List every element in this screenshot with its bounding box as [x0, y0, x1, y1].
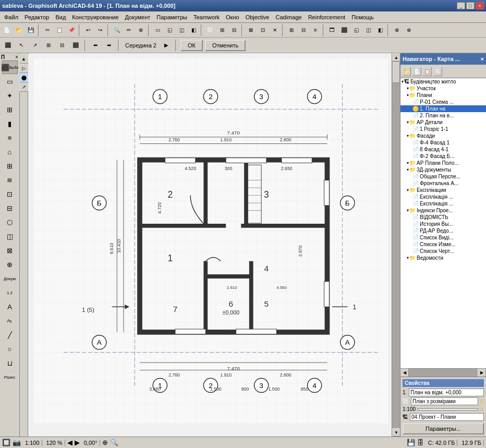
tb-layer1[interactable]: ⊞: [286, 25, 297, 36]
nav-horizontal-scrollbar[interactable]: ◀ ▶: [400, 368, 486, 377]
menu-params[interactable]: Параметры: [153, 13, 190, 21]
status-icon-4[interactable]: 🔍: [110, 439, 118, 446]
hscroll-track[interactable]: [409, 369, 478, 377]
tb-3d1[interactable]: 🗖: [326, 25, 338, 36]
tool-select[interactable]: ⬛Выбо: [2, 60, 18, 74]
menu-objective[interactable]: Objective: [242, 13, 273, 21]
tb-view1[interactable]: ⊠: [245, 25, 257, 36]
tb-copy[interactable]: 📋: [54, 25, 65, 36]
hscroll-left[interactable]: ◀: [400, 369, 409, 377]
prop-val-2[interactable]: План з розмірами: [411, 397, 478, 405]
tree-item-13[interactable]: ▾📁3Д-документы: [400, 166, 486, 173]
tb-select1[interactable]: ▭: [152, 25, 163, 36]
tb-new[interactable]: 📄: [1, 25, 13, 36]
tool-line[interactable]: ╱: [2, 328, 18, 342]
nav-tb-3[interactable]: 📋: [422, 67, 432, 76]
hscroll-right[interactable]: ▶: [478, 369, 486, 377]
tb2-3[interactable]: ↗: [29, 40, 41, 51]
tb-3d5[interactable]: ◧: [374, 25, 386, 36]
tree-item-3[interactable]: 📄Р-01 Схема ...: [400, 99, 486, 105]
tb-select2[interactable]: ◱: [164, 25, 175, 36]
tb-layer3[interactable]: ≡: [310, 25, 321, 36]
status-icon-1[interactable]: 🔲: [2, 439, 10, 446]
tool-marquee[interactable]: ▭: [2, 75, 18, 88]
nav-close-icon[interactable]: ×: [481, 56, 484, 62]
tb-extra1[interactable]: ⊕: [391, 25, 403, 36]
menu-edit[interactable]: Редактор: [21, 13, 52, 21]
tool-wand[interactable]: ✦: [2, 89, 18, 102]
tool-arc[interactable]: ○: [2, 342, 18, 356]
status-nav-right[interactable]: ▶: [75, 439, 80, 446]
tb-3d4[interactable]: ◫: [362, 25, 374, 36]
tb-tool1[interactable]: ⬜: [204, 25, 216, 36]
tb2-2[interactable]: ↖: [16, 40, 27, 51]
tb-pointer[interactable]: ⊕: [135, 25, 147, 36]
tree-item-8[interactable]: ▾📁Фасади: [400, 132, 486, 139]
strip-btn-right[interactable]: ▷: [19, 64, 29, 73]
scroll-track[interactable]: [392, 62, 400, 428]
tb2-nav[interactable]: ▶: [161, 40, 172, 51]
tree-item-17[interactable]: 📄Експлікація ...: [400, 193, 486, 200]
tb2-6[interactable]: ⬛: [70, 40, 81, 51]
status-save-icon[interactable]: 💾: [407, 439, 415, 446]
tool-door[interactable]: ⊡: [2, 187, 18, 201]
tree-item-12[interactable]: ▾📁АР Плани Поло...: [400, 160, 486, 166]
tool-morph[interactable]: ⊕: [2, 258, 18, 271]
tool-slab[interactable]: ≡: [2, 131, 18, 144]
tb-layer2[interactable]: ⊟: [298, 25, 309, 36]
tb2-1[interactable]: ⬛: [2, 40, 14, 51]
status-nav-left[interactable]: ◀: [67, 439, 72, 446]
tree-item-16[interactable]: ▾📁Експлікации: [400, 187, 486, 193]
nav-tb-1[interactable]: 📁: [402, 67, 411, 76]
vertical-scrollbar[interactable]: ▲ ▼: [392, 53, 400, 437]
menu-window[interactable]: Окно: [223, 13, 242, 21]
navigator-tree[interactable]: ▾🏗Будівництво житло▾📁Участок▾📁Плани📄Р-01…: [400, 78, 486, 368]
tb-undo[interactable]: ↩: [82, 25, 94, 36]
tool-text[interactable]: A: [2, 300, 18, 313]
nav-tb-2[interactable]: 📄: [412, 67, 421, 76]
strip-btn-arrow[interactable]: ↗: [19, 82, 29, 92]
tb-redo[interactable]: ↪: [94, 25, 106, 36]
tb-cut[interactable]: ✂: [42, 25, 53, 36]
tb2-4[interactable]: ⊞: [43, 40, 54, 51]
tool-misc[interactable]: Разнс: [2, 370, 18, 384]
tree-item-11[interactable]: 📄Ф-2 Фасад Б...: [400, 153, 486, 160]
strip-btn-active[interactable]: ⬤: [19, 73, 29, 82]
tb-save[interactable]: 💾: [25, 25, 37, 36]
tool-label[interactable]: A₁: [2, 314, 18, 328]
prop-val-4[interactable]: 04 Проект - Плани: [410, 413, 484, 421]
tree-item-18[interactable]: 📄Експлікація ...: [400, 200, 486, 207]
tree-item-20[interactable]: 📄ВІДОМІСТЬ: [400, 214, 486, 221]
tool-fill[interactable]: ⊔: [2, 356, 18, 370]
tree-item-10[interactable]: 📄8 Фасад 4-1: [400, 146, 486, 153]
tree-item-25[interactable]: 📄Список Черт...: [400, 248, 486, 255]
cancel-button[interactable]: Отменить: [205, 40, 246, 51]
tb-select3[interactable]: ◫: [176, 25, 187, 36]
tb-open[interactable]: 📂: [13, 25, 25, 36]
tree-item-22[interactable]: 📄РД-АР Ведо...: [400, 227, 486, 234]
tool-wall[interactable]: ⊞: [2, 103, 18, 116]
canvas-area[interactable]: 1 2 3 4 1 2 3 4 Б Б А А: [28, 53, 392, 437]
menu-help[interactable]: Помощь: [348, 13, 377, 21]
tree-item-5[interactable]: 📄2. План на в...: [400, 112, 486, 119]
tb-tool2[interactable]: ⊞: [216, 25, 228, 36]
tool-mesh[interactable]: ⊞: [2, 159, 18, 173]
minimize-button[interactable]: _: [457, 2, 465, 9]
tool-stair[interactable]: ≋: [2, 173, 18, 187]
tree-item-23[interactable]: 📄Список Виді...: [400, 234, 486, 241]
tool-roof[interactable]: ⌂: [2, 145, 18, 159]
tree-item-9[interactable]: 📄Ф-4 Фасад 1: [400, 139, 486, 146]
menu-teamwork[interactable]: Teamwork: [190, 13, 223, 21]
nav-tb-4[interactable]: ⬜: [433, 67, 442, 76]
tree-item-7[interactable]: 📄1 Розріс 1-1: [400, 126, 486, 132]
menu-view[interactable]: Вид: [52, 13, 69, 21]
tree-item-6[interactable]: ▾📁АР Детали: [400, 119, 486, 126]
tb-3d2[interactable]: ⬛: [338, 25, 350, 36]
tb-extra2[interactable]: ⊕: [403, 25, 415, 36]
tool-column[interactable]: ▮: [2, 117, 18, 130]
tree-item-19[interactable]: ▾📁Індекси Прое...: [400, 207, 486, 214]
menu-construct[interactable]: Конструирование: [69, 13, 122, 21]
scroll-thumb[interactable]: [393, 62, 400, 83]
menu-cadimage[interactable]: Cadimage: [272, 13, 305, 21]
menu-reinforcement[interactable]: Reinforcement: [305, 13, 349, 21]
